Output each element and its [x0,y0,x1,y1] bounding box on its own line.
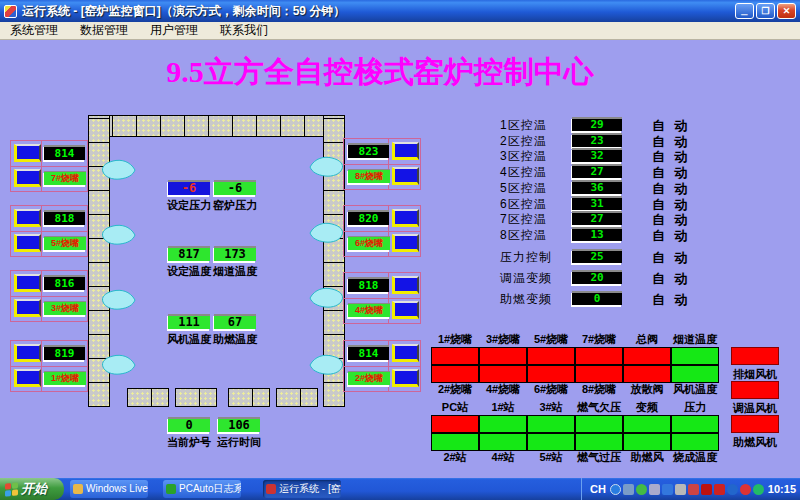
page-title: 9.5立方全自控梭式窑炉控制中心 [100,52,660,93]
tray-icon[interactable] [662,484,673,495]
menu-contact[interactable]: 联系我们 [218,22,270,39]
taskbar: 开始 Windows Live Mes... PCAuto日志系统 运行系统 -… [0,478,800,500]
status-cell [431,415,479,433]
tray-icon[interactable] [675,484,686,495]
zone-value: 27 [572,211,622,225]
kiln-door-segment [127,388,169,407]
tray-icon[interactable] [623,484,634,495]
language-indicator[interactable]: CH [588,483,608,495]
burner-button[interactable] [14,299,41,317]
taskbar-item-runtime-system[interactable]: 运行系统 - [窑炉... [263,480,341,498]
status-cell [575,365,623,383]
tray-icon[interactable] [740,484,751,495]
control-mode-button[interactable]: 自 动 [652,270,691,288]
zone-label: 4区控温 [500,164,547,181]
taskbar-item-pcauto-log[interactable]: PCAuto日志系统 [163,480,241,498]
status-cell [575,433,623,451]
grid-label: 压力 [671,401,719,415]
burner-button[interactable] [392,142,419,160]
flame-icon [307,353,345,377]
burner-button[interactable] [14,209,41,227]
control-row: 压力控制25自 动 [500,249,700,264]
burner-button[interactable] [392,209,419,227]
kiln-no-label: 当前炉号 [161,435,217,450]
control-label: 压力控制 [500,249,552,266]
burner-button[interactable] [392,234,419,252]
burner-unit-1: 819 1#烧嘴 [10,340,88,392]
burner-label: 8#烧嘴 [348,169,390,183]
burner-button[interactable] [14,344,41,362]
zone-value: 23 [572,133,622,147]
burner-button[interactable] [392,276,419,294]
burner-button[interactable] [392,369,419,387]
kiln-wall-top [88,115,345,137]
tray-icon[interactable] [688,484,699,495]
burner-label: 2#烧嘴 [348,371,390,385]
burner-button[interactable] [14,144,41,162]
burner-value: 823 [348,143,389,158]
tray-collapse-icon[interactable] [610,484,621,495]
kiln-pressure-display: -6 [214,180,256,195]
zone-value: 31 [572,196,622,210]
burner-button[interactable] [14,234,41,252]
menu-user[interactable]: 用户管理 [148,22,200,39]
zone-row: 6区控温31自 动 [500,196,700,211]
burner-button[interactable] [14,369,41,387]
taskbar-item-messenger[interactable]: Windows Live Mes... [70,480,148,498]
tray-icon[interactable] [701,484,712,495]
burner-label: 7#烧嘴 [44,171,86,185]
start-button[interactable]: 开始 [0,478,64,500]
menu-system[interactable]: 系统管理 [8,22,60,39]
control-value: 20 [572,270,622,284]
flue-temp-label: 烟道温度 [207,264,263,279]
burner-button[interactable] [14,169,41,187]
burner-button[interactable] [392,301,419,319]
grid-label: 放散阀 [623,383,671,397]
windows-logo-icon [5,482,18,496]
zone-value: 27 [572,164,622,178]
close-button[interactable]: ✕ [777,3,796,19]
burner-label: 4#烧嘴 [348,303,390,317]
status-cell [431,433,479,451]
status-cell [575,415,623,433]
control-mode-button[interactable]: 自 动 [652,249,691,267]
tray-icon[interactable] [727,484,738,495]
grid-label: 燃气欠压 [575,401,623,415]
grid-label: PC站 [431,401,479,415]
tray-icon[interactable] [649,484,660,495]
burner-label: 6#烧嘴 [348,236,390,250]
status-cell [479,415,527,433]
comb-temp-label: 助燃温度 [207,332,263,347]
minimize-button[interactable]: ＿ [735,3,754,19]
burner-unit-8: 823 8#烧嘴 [343,138,421,190]
menu-bar: 系统管理 数据管理 用户管理 联系我们 [0,22,800,40]
desktop: 运行系统 - [窑炉监控窗口]（演示方式，剩余时间：59 分钟） ＿ ❐ ✕ 系… [0,0,800,500]
burner-button[interactable] [392,344,419,362]
grid-label: 总阀 [623,333,671,347]
restore-button[interactable]: ❐ [756,3,775,19]
window-titlebar: 运行系统 - [窑炉监控窗口]（演示方式，剩余时间：59 分钟） ＿ ❐ ✕ [0,0,800,22]
grid-label: 5#烧嘴 [527,333,575,347]
burner-button[interactable] [392,167,419,185]
status-cell [479,433,527,451]
status-cell [479,347,527,365]
control-label: 助燃变频 [500,291,552,308]
start-label: 开始 [21,480,47,498]
control-mode-button[interactable]: 自 动 [652,291,691,309]
exhaust-fan-label: 排烟风机 [727,367,783,382]
grid-label: 2#烧嘴 [431,383,479,397]
system-tray: CH 10:15 [581,478,798,500]
status-cell [527,433,575,451]
tray-icon[interactable] [636,484,647,495]
grid-label: 6#烧嘴 [527,383,575,397]
zone-row: 4区控温27自 动 [500,164,700,179]
burner-button[interactable] [14,274,41,292]
app-icon [4,5,17,18]
grid-label: 风机温度 [671,383,719,397]
status-cell [431,347,479,365]
tray-icon[interactable] [714,484,725,495]
zone-mode-button[interactable]: 自 动 [652,227,691,245]
menu-data[interactable]: 数据管理 [78,22,130,39]
control-value: 25 [572,249,622,263]
tray-icon[interactable] [753,484,764,495]
